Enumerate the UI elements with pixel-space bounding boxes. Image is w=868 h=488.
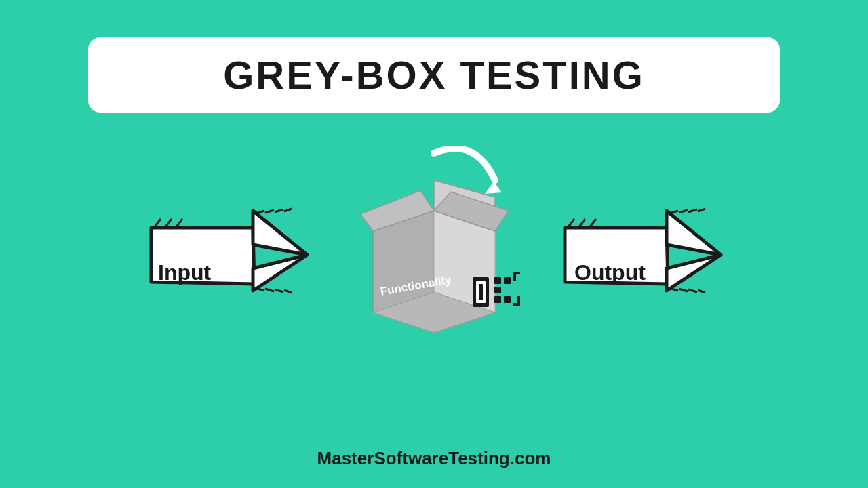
svg-line-0 [256,211,264,214]
svg-line-38 [698,290,705,293]
svg-line-5 [265,289,274,291]
footer-text: MasterSoftwareTesting.com [317,448,551,468]
input-label: Input [158,260,211,285]
title-banner: GREY-BOX TESTING [88,37,780,113]
svg-line-33 [688,209,697,212]
output-arrow: Output [553,190,729,306]
svg-rect-26 [504,296,511,303]
svg-line-3 [284,209,292,211]
svg-line-1 [265,210,274,213]
svg-line-35 [669,288,678,291]
output-label: Output [574,260,646,285]
input-arrow: Input [139,190,315,306]
svg-rect-28 [513,272,516,281]
svg-line-7 [284,290,292,293]
svg-rect-24 [494,296,501,303]
svg-line-2 [275,209,283,212]
svg-line-34 [698,209,705,211]
svg-line-36 [679,289,688,291]
svg-line-4 [256,288,264,291]
svg-line-37 [688,289,697,292]
svg-rect-30 [517,296,520,306]
svg-rect-25 [504,277,511,284]
diagram-area: Input [0,146,868,350]
grey-box: Functionality [336,146,532,350]
svg-line-32 [679,210,688,213]
svg-rect-21 [479,284,483,300]
footer: MasterSoftwareTesting.com [0,448,868,469]
svg-rect-23 [494,287,501,293]
page-title: GREY-BOX TESTING [223,53,645,97]
svg-rect-22 [494,277,501,284]
svg-line-31 [669,211,678,214]
svg-line-6 [275,289,283,292]
